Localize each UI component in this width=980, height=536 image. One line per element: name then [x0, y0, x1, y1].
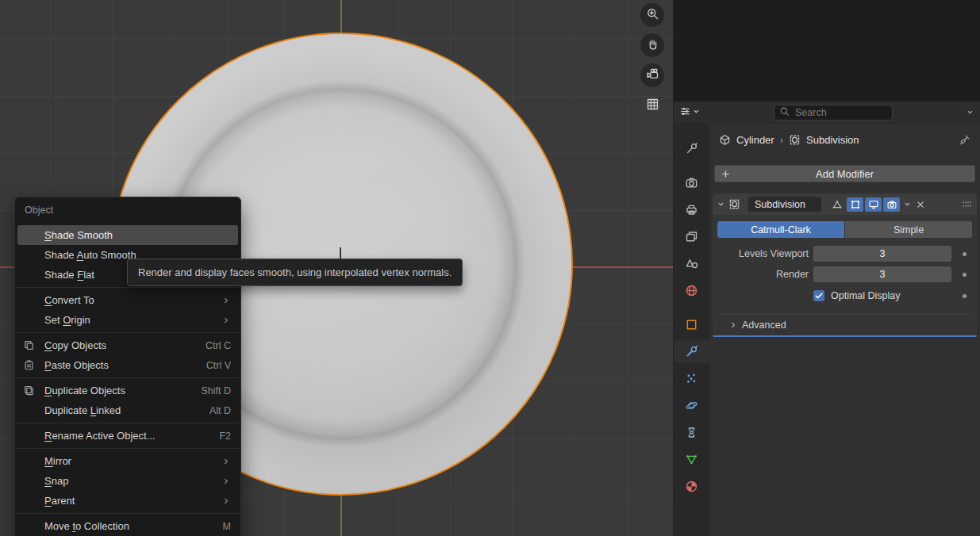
menu-item-rename-active-object[interactable]: Rename Active Object...F2 — [17, 426, 238, 446]
zoom-gizmo[interactable] — [640, 3, 664, 27]
tab-output[interactable] — [674, 197, 709, 221]
material-icon — [685, 480, 698, 493]
tab-constraints[interactable] — [674, 420, 709, 444]
constraints-icon — [685, 426, 698, 439]
tab-modifiers[interactable] — [674, 339, 709, 363]
render-display-toggle[interactable] — [883, 197, 900, 212]
menu-item-label: Move to Collection — [44, 520, 223, 532]
paste-icon — [23, 359, 44, 371]
submenu-arrow-icon — [221, 296, 231, 305]
menu-separator — [16, 423, 240, 423]
menu-item-convert-to[interactable]: Convert To — [17, 290, 238, 310]
header-options-chevron-icon[interactable] — [966, 108, 974, 117]
menu-item-shade-smooth[interactable]: Shade Smooth — [17, 225, 238, 245]
search-input[interactable] — [774, 105, 893, 121]
menu-item-parent[interactable]: Parent — [17, 491, 238, 511]
menu-item-snap[interactable]: Snap — [17, 471, 238, 491]
tool-icon — [685, 142, 698, 155]
animate-dot[interactable] — [963, 294, 967, 298]
submenu-arrow-icon — [221, 477, 231, 486]
add-modifier-button[interactable]: Add Modifier — [714, 165, 975, 182]
render-levels-row: Render 3 — [717, 266, 972, 282]
modifier-close-icon[interactable] — [915, 199, 926, 210]
tooltip: Render and display faces smooth, using i… — [127, 258, 463, 286]
render-levels-field[interactable]: 3 — [813, 266, 951, 282]
subdivision-icon — [789, 134, 801, 146]
tab-world[interactable] — [674, 278, 709, 302]
modifier-panel-header: Subdivision — [713, 193, 977, 215]
menu-item-shortcut: Alt D — [209, 405, 231, 416]
menu-item-label: Parent — [44, 495, 221, 507]
on-cage-toggle[interactable] — [828, 197, 845, 212]
tooltip-text: Render and display faces smooth, using i… — [138, 266, 452, 278]
submenu-arrow-icon — [221, 316, 231, 325]
outliner-panel[interactable] — [674, 0, 980, 101]
pan-hand-gizmo[interactable] — [640, 33, 664, 57]
menu-item-copy-objects[interactable]: Copy ObjectsCtrl C — [17, 335, 238, 355]
optimal-display-checkbox[interactable] — [813, 290, 824, 301]
advanced-label: Advanced — [742, 320, 786, 331]
ortho-grid-gizmo[interactable] — [640, 94, 664, 117]
menu-item-shortcut: Ctrl C — [206, 340, 231, 351]
realtime-display-toggle[interactable] — [865, 197, 882, 212]
tab-scene[interactable] — [674, 251, 709, 275]
menu-item-shortcut: M — [223, 521, 231, 532]
tab-material[interactable] — [674, 474, 709, 498]
animate-dot[interactable] — [963, 252, 967, 256]
breadcrumb-item[interactable]: Subdivision — [806, 134, 859, 146]
menu-item-label: Duplicate Linked — [44, 404, 209, 416]
tab-physics[interactable] — [674, 393, 709, 417]
menu-item-label: Rename Active Object... — [44, 430, 219, 442]
advanced-section-toggle[interactable]: Advanced — [717, 314, 972, 335]
breadcrumb: Cylinder › Subdivision — [709, 124, 980, 155]
blender-window: Cylinder › Subdivision Add Modifier — [0, 0, 980, 536]
tab-particles[interactable] — [674, 366, 709, 390]
search-field[interactable] — [794, 106, 887, 119]
output-icon — [685, 203, 698, 216]
subdivision-type-segmented: Catmull-Clark Simple — [717, 221, 972, 238]
tab-object[interactable] — [674, 312, 709, 336]
camera-view-gizmo[interactable] — [640, 63, 664, 87]
simple-button[interactable]: Simple — [845, 221, 972, 238]
menu-item-move-to-collection[interactable]: Move to CollectionM — [17, 516, 238, 536]
modifier-display-toggles — [828, 197, 900, 212]
modifier-extras-chevron-icon[interactable] — [903, 200, 912, 209]
menu-item-duplicate-objects[interactable]: Duplicate ObjectsShift D — [17, 381, 238, 400]
world-icon — [685, 284, 698, 297]
levels-viewport-field[interactable]: 3 — [813, 246, 951, 262]
editor-type-button[interactable] — [679, 105, 701, 120]
submenu-arrow-icon — [221, 457, 231, 466]
properties-body: Cylinder › Subdivision Add Modifier — [674, 124, 980, 536]
catmull-clark-button[interactable]: Catmull-Clark — [717, 221, 844, 238]
animate-dot[interactable] — [963, 273, 967, 277]
breadcrumb-object[interactable]: Cylinder — [736, 134, 774, 146]
pin-icon[interactable] — [959, 134, 970, 146]
particles-icon — [685, 372, 698, 385]
panel-expand-chevron-icon[interactable] — [717, 200, 725, 209]
menu-item-mirror[interactable]: Mirror — [17, 451, 238, 471]
tab-tool[interactable] — [674, 136, 709, 160]
tab-view-layer[interactable] — [674, 224, 709, 248]
tab-render[interactable] — [674, 170, 709, 194]
viewport-nav-gizmos — [640, 3, 664, 117]
menu-separator — [16, 287, 240, 288]
menu-title: Object — [15, 199, 240, 225]
menu-item-shortcut: Ctrl V — [206, 360, 231, 371]
menu-separator — [16, 448, 240, 449]
edit-mode-toggle[interactable] — [847, 197, 863, 212]
drag-grip-icon[interactable] — [961, 198, 973, 210]
menu-item-set-origin[interactable]: Set Origin — [17, 310, 238, 330]
levels-viewport-label: Levels Viewport — [717, 248, 809, 259]
menu-item-duplicate-linked[interactable]: Duplicate LinkedAlt D — [17, 400, 238, 420]
tab-object-data[interactable] — [674, 447, 709, 471]
menu-item-label: Duplicate Objects — [44, 385, 201, 396]
zoom-icon — [646, 7, 659, 23]
chevron-right-icon — [728, 320, 738, 330]
menu-item-paste-objects[interactable]: Paste ObjectsCtrl V — [17, 355, 238, 375]
menu-item-label: Paste Objects — [44, 359, 206, 371]
menu-separator — [16, 332, 240, 333]
menu-item-label: Copy Objects — [44, 339, 206, 351]
chevron-down-icon — [692, 106, 701, 118]
properties-tab-strip — [674, 124, 709, 536]
modifier-name-field[interactable]: Subdivision — [748, 197, 821, 212]
